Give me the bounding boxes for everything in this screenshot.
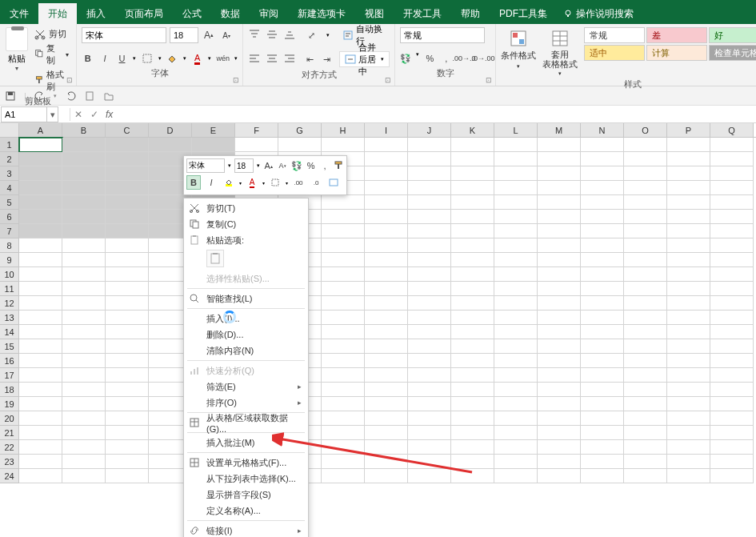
cell[interactable] [667, 195, 710, 210]
tab-newtab[interactable]: 新建选项卡 [288, 3, 355, 24]
cell[interactable] [365, 282, 408, 296]
cell[interactable] [19, 397, 62, 411]
decrease-indent-button[interactable]: ⇤ [306, 52, 314, 66]
cell[interactable] [365, 210, 408, 224]
cell[interactable] [322, 426, 365, 440]
cell[interactable] [624, 282, 667, 296]
cell[interactable] [322, 368, 365, 383]
cell[interactable] [624, 383, 667, 397]
cell[interactable] [494, 354, 538, 368]
cell[interactable] [19, 210, 62, 224]
cell[interactable] [106, 181, 149, 195]
cell[interactable] [710, 166, 754, 181]
cell[interactable] [624, 210, 667, 224]
cell[interactable] [624, 325, 667, 339]
cell[interactable] [451, 339, 494, 354]
cell[interactable] [192, 138, 235, 152]
row-header[interactable]: 23 [0, 455, 19, 469]
column-header[interactable]: L [494, 123, 538, 137]
cell[interactable] [494, 397, 538, 411]
column-header[interactable]: P [667, 123, 710, 137]
cell[interactable] [62, 181, 106, 195]
cell[interactable] [365, 238, 408, 253]
cell[interactable] [106, 368, 149, 383]
cell[interactable] [322, 383, 365, 397]
column-header[interactable]: E [192, 123, 235, 137]
cell[interactable] [581, 383, 624, 397]
cell[interactable] [19, 455, 62, 469]
cell[interactable] [581, 166, 624, 181]
cell[interactable] [624, 426, 667, 440]
cell[interactable] [365, 195, 408, 210]
cell[interactable] [538, 440, 581, 455]
cell[interactable] [62, 397, 106, 411]
cell[interactable] [451, 267, 494, 282]
tab-formulas[interactable]: 公式 [173, 3, 211, 24]
tab-insert[interactable]: 插入 [77, 3, 115, 24]
cell[interactable] [365, 224, 408, 238]
cell-style-check[interactable]: 检查单元格 [709, 45, 756, 61]
cell[interactable] [581, 296, 624, 311]
decrease-decimal-button[interactable]: .0→.00 [476, 51, 490, 66]
cell-style-bad[interactable]: 差 [646, 27, 707, 43]
cell[interactable] [106, 411, 149, 426]
cell[interactable] [624, 469, 667, 483]
mini-decrease-font[interactable]: A▾ [277, 158, 287, 173]
cell[interactable] [106, 469, 149, 483]
cell[interactable] [667, 152, 710, 166]
cell[interactable] [19, 166, 62, 181]
cell[interactable] [538, 383, 581, 397]
number-format-select[interactable] [400, 27, 485, 43]
format-as-table-button[interactable]: 套用 表格格式 ▾ [542, 27, 578, 77]
align-center-button[interactable] [266, 53, 280, 66]
cell[interactable] [581, 469, 624, 483]
cell[interactable] [19, 354, 62, 368]
cell[interactable] [494, 426, 538, 440]
cell[interactable] [106, 267, 149, 282]
cell[interactable] [710, 440, 754, 455]
cell[interactable] [624, 181, 667, 195]
cell[interactable] [322, 325, 365, 339]
cell[interactable] [667, 325, 710, 339]
cell[interactable] [494, 210, 538, 224]
row-header[interactable]: 10 [0, 267, 19, 282]
cell[interactable] [62, 426, 106, 440]
name-box-dropdown[interactable]: ▾ [47, 106, 58, 122]
tab-file[interactable]: 文件 [0, 3, 38, 24]
mini-fill-color[interactable] [222, 175, 236, 190]
formula-input[interactable] [116, 106, 756, 122]
cell[interactable] [149, 138, 192, 152]
cell[interactable] [408, 455, 451, 469]
cell[interactable] [581, 368, 624, 383]
cell[interactable] [624, 138, 667, 152]
cell[interactable] [667, 354, 710, 368]
cell-style-calculation[interactable]: 计算 [646, 45, 707, 61]
cell[interactable] [365, 296, 408, 311]
cell[interactable] [19, 296, 62, 311]
cell[interactable] [408, 296, 451, 311]
cell[interactable] [451, 238, 494, 253]
ctx-smart-lookup[interactable]: 智能查找(L) [184, 291, 308, 307]
cell[interactable] [624, 440, 667, 455]
cell[interactable] [62, 296, 106, 311]
cell[interactable] [494, 195, 538, 210]
cell[interactable] [19, 195, 62, 210]
ctx-clear-contents[interactable]: 清除内容(N) [184, 343, 308, 359]
cell[interactable] [494, 152, 538, 166]
cell[interactable] [581, 426, 624, 440]
cell[interactable] [322, 296, 365, 311]
tab-view[interactable]: 视图 [355, 3, 394, 24]
fill-color-button[interactable] [166, 51, 178, 66]
cell[interactable] [365, 267, 408, 282]
cell[interactable] [538, 267, 581, 282]
cell[interactable] [365, 411, 408, 426]
cell[interactable] [106, 325, 149, 339]
align-bottom-button[interactable] [283, 29, 298, 42]
comma-button[interactable]: , [441, 51, 452, 66]
cell[interactable] [451, 383, 494, 397]
cell[interactable] [278, 138, 322, 152]
cell[interactable] [322, 210, 365, 224]
mini-font-color[interactable]: A [245, 175, 259, 190]
ctx-pick-from-dropdown[interactable]: 从下拉列表中选择(K)... [184, 471, 308, 487]
ctx-get-data-from-table[interactable]: 从表格/区域获取数据(G)... [184, 415, 308, 431]
